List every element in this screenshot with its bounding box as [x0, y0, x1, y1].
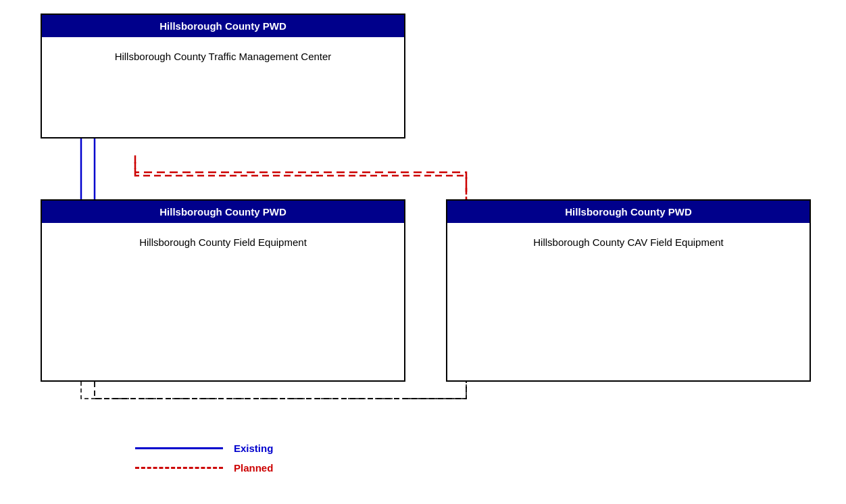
diagram-container: Hillsborough County PWD Hillsborough Cou… [0, 0, 846, 504]
planned-label: Planned [234, 462, 273, 474]
field-body: Hillsborough County Field Equipment [42, 223, 404, 261]
cav-body: Hillsborough County CAV Field Equipment [447, 223, 810, 261]
existing-label: Existing [234, 443, 273, 454]
node-field: Hillsborough County PWD Hillsborough Cou… [41, 199, 405, 382]
node-tmc: Hillsborough County PWD Hillsborough Cou… [41, 14, 405, 138]
legend-planned: Planned [135, 462, 273, 474]
cav-header: Hillsborough County PWD [447, 201, 810, 223]
existing-line-icon [135, 447, 223, 449]
tmc-body: Hillsborough County Traffic Management C… [42, 37, 404, 76]
field-header: Hillsborough County PWD [42, 201, 404, 223]
legend: Existing Planned [135, 443, 273, 474]
legend-existing: Existing [135, 443, 273, 454]
tmc-header: Hillsborough County PWD [42, 15, 404, 37]
node-cav: Hillsborough County PWD Hillsborough Cou… [446, 199, 811, 382]
planned-line-icon [135, 467, 223, 469]
